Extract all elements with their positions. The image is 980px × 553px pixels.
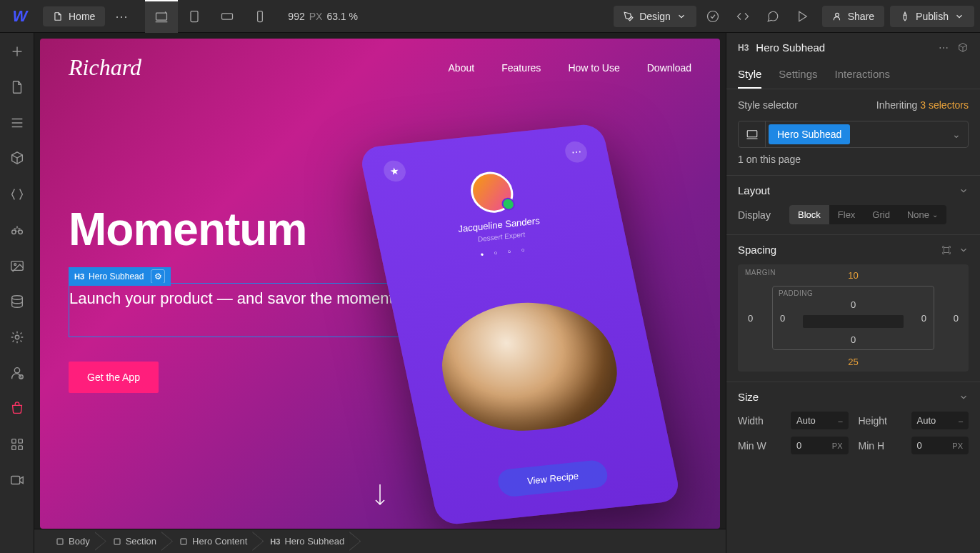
- padding-right[interactable]: 0: [921, 313, 926, 324]
- canvas-width: 992: [288, 11, 304, 22]
- apps-tool[interactable]: [7, 434, 27, 454]
- breakpoint-landscape[interactable]: [211, 0, 244, 33]
- svg-point-11: [11, 296, 22, 300]
- ecommerce-tool[interactable]: [7, 399, 27, 419]
- padding-bottom[interactable]: 0: [851, 334, 856, 345]
- display-none[interactable]: None⌄: [899, 205, 946, 224]
- share-label: Share: [848, 11, 874, 22]
- cms-tool[interactable]: [7, 292, 27, 312]
- spacing-expand-icon[interactable]: [941, 245, 951, 255]
- publish-button[interactable]: Publish: [890, 6, 974, 27]
- phone-view-recipe-button: View Recipe: [496, 459, 610, 498]
- padding-top[interactable]: 0: [851, 299, 856, 310]
- panel-tabs: Style Settings Interactions: [726, 62, 980, 89]
- breakpoint-desktop[interactable]: [145, 0, 178, 33]
- display-row: Display Block Flex Grid None⌄: [726, 205, 980, 234]
- selectors-count[interactable]: 3 selectors: [920, 99, 969, 111]
- spacing-editor[interactable]: MARGIN 10 0 25 0 PADDING 0 0 0 0: [738, 264, 969, 372]
- crumb-section[interactable]: Section: [100, 532, 166, 551]
- breakpoint-tablet[interactable]: [178, 0, 211, 33]
- margin-left[interactable]: 0: [748, 313, 753, 324]
- panel-more-icon[interactable]: ⋯: [939, 42, 949, 54]
- code-icon[interactable]: [729, 3, 756, 30]
- video-tool[interactable]: [7, 470, 27, 490]
- site-preview: Richard About Features How to Use Downlo…: [40, 39, 720, 529]
- nav-about[interactable]: About: [449, 62, 475, 74]
- tab-interactions[interactable]: Interactions: [835, 62, 891, 89]
- mode-dropdown[interactable]: Design: [614, 6, 696, 27]
- chevron-down-icon[interactable]: ⌄: [945, 129, 968, 140]
- margin-bottom[interactable]: 25: [848, 357, 858, 367]
- selection-settings-icon[interactable]: ⚙: [151, 269, 165, 284]
- display-options: Block Flex Grid None⌄: [789, 205, 946, 224]
- person-icon: [832, 11, 842, 21]
- logic-tool[interactable]: [7, 327, 27, 347]
- hero-title[interactable]: Momentum: [69, 203, 306, 256]
- focus-icon[interactable]: [957, 42, 969, 54]
- preview-icon[interactable]: [789, 3, 816, 30]
- height-input[interactable]: Auto–: [911, 412, 969, 429]
- comment-icon[interactable]: [759, 3, 786, 30]
- class-breakpoint-icon[interactable]: [739, 121, 766, 147]
- share-button[interactable]: Share: [822, 6, 884, 27]
- pages-tool[interactable]: [7, 77, 27, 97]
- publish-label: Publish: [916, 11, 949, 22]
- canvas[interactable]: Richard About Features How to Use Downlo…: [34, 33, 726, 529]
- phone-avatar: [467, 170, 517, 215]
- class-chip[interactable]: Hero Subhead: [769, 124, 850, 144]
- margin-label: MARGIN: [745, 269, 776, 276]
- components-tool[interactable]: [7, 149, 27, 169]
- styles-tool[interactable]: [7, 220, 27, 240]
- minw-input[interactable]: 0PX: [791, 437, 849, 454]
- content-box: [803, 315, 904, 328]
- navigator-tool[interactable]: [7, 113, 27, 133]
- panel-header: H3 Hero Subhead ⋯: [726, 33, 980, 62]
- tab-settings[interactable]: Settings: [779, 62, 817, 89]
- svg-rect-1: [191, 11, 198, 21]
- svg-rect-20: [57, 539, 63, 544]
- crumb-body[interactable]: Body: [43, 532, 100, 551]
- chevron-down-icon: [959, 245, 969, 255]
- width-label: Width: [738, 415, 781, 427]
- margin-top[interactable]: 10: [848, 270, 858, 281]
- display-flex[interactable]: Flex: [829, 205, 864, 224]
- breakpoint-mobile[interactable]: [244, 0, 276, 33]
- users-tool[interactable]: [7, 363, 27, 383]
- nav-features[interactable]: Features: [501, 62, 541, 74]
- canvas-size-info[interactable]: 992 PX 63.1 %: [288, 11, 358, 22]
- nav-howto[interactable]: How to Use: [568, 62, 619, 74]
- crumb-hero-subhead[interactable]: H3Hero Subhead: [257, 532, 354, 551]
- page-selector[interactable]: Home: [43, 6, 105, 26]
- tab-style[interactable]: Style: [738, 62, 761, 89]
- display-grid[interactable]: Grid: [864, 205, 899, 224]
- page-icon: [53, 11, 63, 21]
- page-options-button[interactable]: ⋯: [108, 2, 136, 31]
- instance-count[interactable]: 1 on this page: [726, 154, 980, 175]
- add-element-tool[interactable]: [7, 41, 27, 61]
- display-label: Display: [738, 209, 781, 221]
- layout-section-header[interactable]: Layout: [726, 175, 980, 205]
- margin-right[interactable]: 0: [954, 313, 959, 324]
- class-selector[interactable]: Hero Subhead ⌄: [738, 121, 969, 148]
- spacing-section-header[interactable]: Spacing: [726, 234, 980, 264]
- minh-input[interactable]: 0PX: [911, 437, 969, 454]
- size-section-header[interactable]: Size: [726, 382, 980, 412]
- assets-tool[interactable]: [7, 256, 27, 276]
- variables-tool[interactable]: [7, 184, 27, 204]
- chevron-down-icon: [954, 11, 964, 21]
- width-input[interactable]: Auto–: [791, 412, 849, 429]
- nav-download[interactable]: Download: [647, 62, 691, 74]
- svg-marker-5: [799, 11, 806, 21]
- cta-button[interactable]: Get the App: [69, 362, 159, 393]
- svg-point-13: [14, 368, 19, 373]
- webflow-logo[interactable]: W: [6, 2, 34, 31]
- brand-logo[interactable]: Richard: [69, 54, 141, 81]
- display-block[interactable]: Block: [789, 205, 829, 224]
- minw-label: Min W: [738, 440, 781, 452]
- padding-left[interactable]: 0: [780, 313, 785, 324]
- check-status-icon[interactable]: [699, 3, 726, 30]
- crumb-hero-content[interactable]: Hero Content: [166, 532, 257, 551]
- hero-subhead[interactable]: Launch your product — and savor the mome…: [69, 283, 431, 337]
- style-selector-label: Style selector: [738, 99, 798, 111]
- padding-box: PADDING 0 0 0 0: [772, 286, 934, 350]
